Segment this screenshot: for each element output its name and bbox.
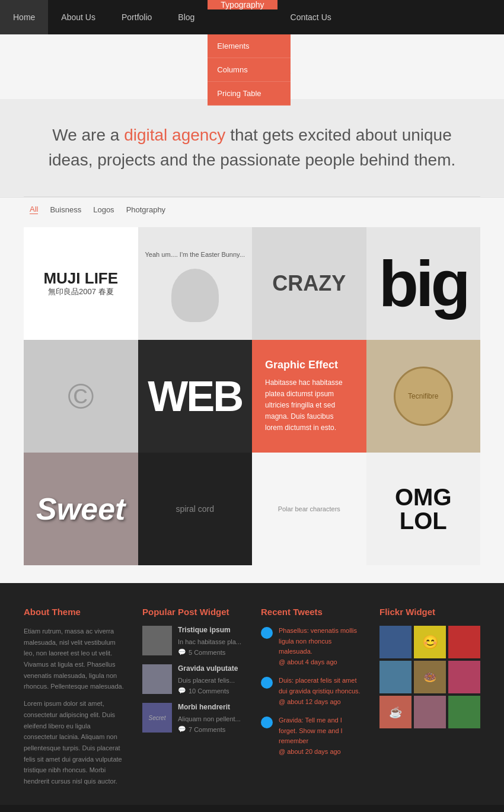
dropdown-menu: Elements Columns Pricing Table	[208, 34, 291, 106]
grid-item-crazy[interactable]: CRAZY	[252, 227, 366, 340]
post-thumb-2	[142, 664, 172, 694]
tweet-text-1: Phasellus: venenatis mollis ligula non r…	[279, 626, 362, 667]
comments-1[interactable]: 💬 5 Comments	[178, 648, 243, 656]
dropdown-pricing[interactable]: Pricing Table	[208, 82, 291, 106]
flickr-grid: 😊 🍩 ☕	[379, 626, 480, 728]
flickr-thumb-4[interactable]	[379, 661, 412, 693]
footer-tweets: Recent Tweets Phasellus: venenatis molli…	[261, 607, 362, 793]
flickr-thumb-5[interactable]: 🍩	[414, 661, 446, 693]
nav-typography[interactable]: Typography	[208, 0, 277, 9]
nav-blog[interactable]: Blog	[165, 0, 208, 34]
comments-3[interactable]: 💬 7 Comments	[178, 725, 243, 733]
nav-about[interactable]: About Us	[48, 0, 109, 34]
tweet-icon-3	[261, 717, 273, 728]
dropdown-columns[interactable]: Columns	[208, 58, 291, 82]
filter-logos[interactable]: Logos	[93, 205, 114, 214]
hero-text: We are a digital agency that gets excite…	[30, 123, 474, 173]
filter-buisness[interactable]: Buisness	[50, 205, 81, 214]
tweet-icon-2	[261, 677, 273, 689]
footer-about-text2: Lorem ipsum dolor sit amet, consectetur …	[24, 698, 125, 787]
grid-item-omg[interactable]: OMG LOL	[366, 453, 481, 565]
grid-item-spiral[interactable]: spiral cord	[138, 453, 253, 565]
nav-portfolio[interactable]: Portfolio	[109, 0, 165, 34]
post-item-3: Secret Morbi hendrerit Aliquam non pelle…	[142, 703, 243, 733]
bottom-bar: Copyright © Kayapati 2012 S R D t f	[0, 805, 504, 812]
hero-accent: digital agency	[124, 126, 225, 144]
grid-item-bunny[interactable]: Yeah um.... I'm the Easter Bunny...	[138, 227, 253, 340]
tweet-icon-1	[261, 627, 273, 639]
tweet-item-1: Phasellus: venenatis mollis ligula non r…	[261, 626, 362, 667]
filter-photgraphy[interactable]: Photgraphy	[126, 205, 166, 214]
flickr-thumb-2[interactable]: 😊	[414, 626, 446, 658]
tweet-text-3: Gravida: Tell me and I forget. Show me a…	[279, 715, 362, 757]
flickr-thumb-1[interactable]	[379, 626, 412, 658]
flickr-thumb-7[interactable]: ☕	[379, 696, 412, 728]
grid-item-sweet[interactable]: Sweet	[24, 453, 138, 565]
grid-item-overlay[interactable]: Graphic Effect Habitasse hac habitasse p…	[252, 340, 366, 453]
hero-section: We are a digital agency that gets excite…	[0, 99, 504, 196]
footer-posts: Popular Post Widget Tristique ipsum In h…	[142, 607, 243, 793]
footer: About Theme Etiam rutrum, massa ac viver…	[0, 583, 504, 805]
comments-2[interactable]: 💬 10 Comments	[178, 687, 243, 695]
post-info-1: Tristique ipsum In hac habitasse pla... …	[178, 626, 243, 656]
post-thumb-1	[142, 626, 172, 655]
tweet-text-2: Duis: placerat felis sit amet dui gravid…	[279, 676, 362, 707]
grid-item-tennis[interactable]: Tecnifibre	[366, 340, 481, 453]
post-info-2: Gravida vulputate Duis placerat felis...…	[178, 664, 243, 695]
nav-home[interactable]: Home	[0, 0, 48, 34]
portfolio-grid: MUJI LIFE 無印良品2007 春夏 Yeah um.... I'm th…	[24, 227, 480, 565]
post-info-3: Morbi hendrerit Aliquam non pellent... 💬…	[178, 703, 243, 733]
tweet-item-2: Duis: placerat felis sit amet dui gravid…	[261, 676, 362, 707]
tweet-item-3: Gravida: Tell me and I forget. Show me a…	[261, 715, 362, 757]
grid-item-cc[interactable]: ©	[24, 340, 138, 453]
flickr-thumb-6[interactable]	[448, 661, 480, 693]
footer-posts-title: Popular Post Widget	[142, 607, 243, 617]
main-nav: Home About Us Portfolio Blog Typography …	[0, 0, 504, 34]
grid-item-polar[interactable]: Polar bear characters	[252, 453, 366, 565]
portfolio-section: MUJI LIFE 無印良品2007 春夏 Yeah um.... I'm th…	[0, 221, 504, 583]
footer-grid: About Theme Etiam rutrum, massa ac viver…	[24, 607, 480, 793]
dropdown-elements[interactable]: Elements	[208, 34, 291, 58]
post-item-1: Tristique ipsum In hac habitasse pla... …	[142, 626, 243, 656]
grid-item-big[interactable]: big	[366, 227, 481, 340]
filter-bar: All Buisness Logos Photgraphy	[0, 197, 504, 221]
footer-flickr-title: Flickr Widget	[379, 607, 480, 617]
footer-tweets-title: Recent Tweets	[261, 607, 362, 617]
grid-item-muji[interactable]: MUJI LIFE 無印良品2007 春夏	[24, 227, 138, 340]
footer-about: About Theme Etiam rutrum, massa ac viver…	[24, 607, 125, 793]
footer-flickr: Flickr Widget 😊 🍩 ☕	[379, 607, 480, 793]
grid-item-web[interactable]: WEB	[138, 340, 253, 453]
filter-all[interactable]: All	[30, 205, 38, 214]
footer-about-text1: Etiam rutrum, massa ac viverra malesuada…	[24, 626, 125, 692]
post-thumb-3: Secret	[142, 703, 172, 733]
flickr-thumb-8[interactable]	[414, 696, 446, 728]
footer-about-title: About Theme	[24, 607, 125, 617]
flickr-thumb-9[interactable]	[448, 696, 480, 728]
nav-typography-dropdown[interactable]: Typography Elements Columns Pricing Tabl…	[208, 0, 277, 34]
flickr-thumb-3[interactable]	[448, 626, 480, 658]
post-item-2: Gravida vulputate Duis placerat felis...…	[142, 664, 243, 695]
nav-contact[interactable]: Contact Us	[277, 0, 344, 34]
